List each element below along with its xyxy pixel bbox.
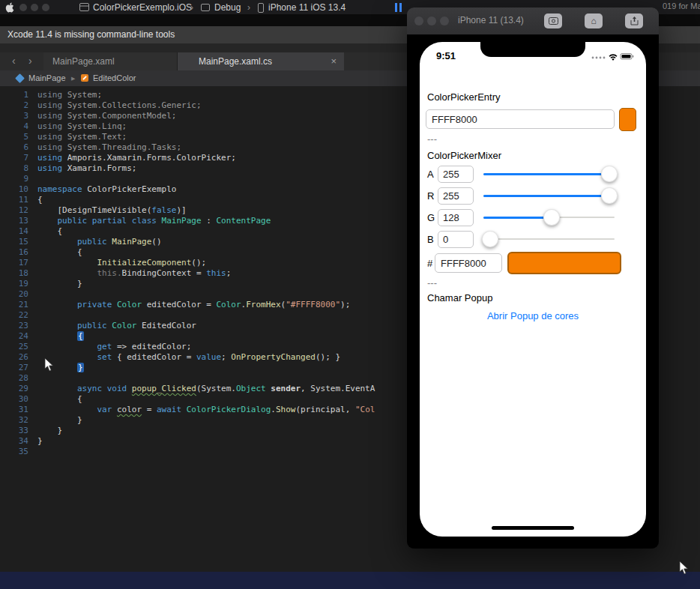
slider-thumb[interactable] [482,231,498,247]
device-selector[interactable]: iPhone 11 iOS 13.4 [268,2,346,13]
window-control-2[interactable] [31,4,38,11]
line-number: 25 [0,342,37,352]
channel-value-input[interactable] [438,209,474,226]
line-number: 3 [0,111,37,121]
line-number: 28 [0,373,37,384]
divider-1: --- [427,133,437,145]
channel-label: R [427,190,438,202]
tab-mainpage-xaml[interactable]: MainPage.xaml [43,52,178,70]
slider-thumb[interactable] [601,187,618,204]
line-number: 15 [0,237,37,247]
mixer-row-G: G [427,208,639,226]
entry-section-title: ColorPickerEntry [427,91,501,103]
open-popup-button[interactable]: Abrir Popup de cores [420,310,646,321]
share-button[interactable] [625,13,643,28]
line-number: 32 [0,415,37,426]
screenshot-icon [549,17,558,25]
hex-label: # [427,258,435,269]
line-number: 34 [0,436,37,447]
line-number: 1 [0,90,37,100]
line-number: 11 [0,195,37,205]
breadcrumb-page[interactable]: MainPage [28,73,66,82]
hex-value-input[interactable] [435,253,502,273]
line-number: 8 [0,163,37,174]
channel-slider[interactable] [483,230,615,248]
home-icon: ⌂ [591,16,596,26]
config-icon [201,3,210,11]
line-number: 24 [0,331,37,342]
channel-slider[interactable] [483,208,615,226]
apple-logo-icon [5,2,14,13]
nav-back-button[interactable]: ‹ [12,55,16,67]
screen: ColorPickerExemplo.iOS › Debug › iPhone … [0,0,700,589]
cellular-icon [592,57,606,59]
iphone-screen: 9:51 ColorPickerEntry --- ColorPickerMix… [420,42,646,537]
color-preview-button[interactable] [619,108,636,131]
status-bar-icons [591,52,634,61]
bottom-status-bar [0,572,700,589]
line-number: 22 [0,310,37,321]
property-icon [81,74,88,82]
breadcrumb-separator-icon: ▶ [71,76,75,82]
channel-value-input[interactable] [438,187,474,205]
nav-forward-button[interactable]: › [28,55,32,67]
divider-2: --- [427,277,437,289]
line-number: 13 [0,216,37,226]
zoom-window-button[interactable] [440,16,449,25]
mixer-row-B: B [427,230,639,248]
wifi-icon [609,55,617,60]
home-button[interactable]: ⌂ [585,13,603,28]
minimize-window-button[interactable] [427,16,436,25]
line-number: 6 [0,142,37,153]
channel-slider[interactable] [483,165,615,183]
close-window-button[interactable] [414,16,423,25]
line-number: 33 [0,426,37,436]
home-indicator[interactable] [492,526,574,530]
line-number: 7 [0,153,37,163]
tab-label: MainPage.xaml.cs [199,56,272,67]
mouse-cursor-bottom [678,561,689,576]
slider-thumb[interactable] [601,166,618,182]
line-number: 5 [0,132,37,142]
line-number: 35 [0,447,37,457]
mixer-section-title: ColorPickerMixer [427,150,501,161]
slider-thumb[interactable] [543,209,560,226]
popup-section-title: Chamar Popup [427,292,492,303]
line-number: 2 [0,100,37,111]
mixer-row-A: A [427,165,639,183]
line-number: 29 [0,384,37,394]
breadcrumb-member[interactable]: EditedColor [93,73,136,82]
hex-row: # [427,252,621,274]
line-number: 23 [0,321,37,331]
line-number: 10 [0,184,37,195]
line-number: 12 [0,205,37,216]
line-number: 20 [0,289,37,300]
line-number: 19 [0,279,37,289]
device-icon [258,3,264,13]
toolbar-separator-2: › [247,2,250,13]
channel-label: A [427,169,438,180]
line-number: 21 [0,300,37,310]
class-icon [15,73,25,83]
status-bar-time: 9:51 [436,50,456,61]
color-swatch[interactable] [507,252,621,274]
simulator-window: iPhone 11 (13.4) ⌂ 9:51 ColorPickerEntry [407,7,659,549]
mixer-row-R: R [427,187,639,205]
screenshot-button[interactable] [544,13,562,28]
window-control-1[interactable] [19,4,27,11]
configuration-selector[interactable]: Debug [214,2,241,13]
corner-watermark: 019 for Mac [663,1,700,10]
channel-label: G [427,212,438,223]
channel-value-input[interactable] [438,231,474,248]
pause-button[interactable] [395,3,403,12]
channel-slider[interactable] [483,187,615,205]
tab-close-icon[interactable]: × [331,52,337,70]
window-control-3[interactable] [42,4,49,11]
toolbar-separator: › [190,2,193,13]
channel-value-input[interactable] [438,166,474,183]
color-hex-entry[interactable] [426,109,615,129]
project-selector[interactable]: ColorPickerExemplo.iOS [93,2,192,13]
simulator-titlebar[interactable]: iPhone 11 (13.4) ⌂ [407,7,659,34]
line-number: 27 [0,363,37,373]
tab-mainpage-xaml-cs[interactable]: MainPage.xaml.cs × [178,52,344,70]
